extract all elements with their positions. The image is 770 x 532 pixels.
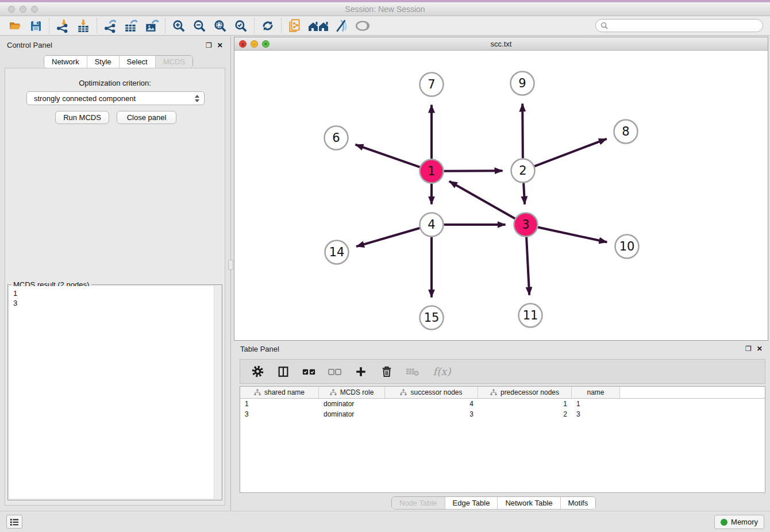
tab-network-table[interactable]: Network Table <box>497 497 560 509</box>
search-field[interactable] <box>595 19 763 32</box>
float-panel-icon[interactable]: ❐ <box>206 42 212 49</box>
control-panel-controls: ❐ ✕ <box>206 42 223 49</box>
column-type-icon <box>254 389 261 396</box>
export-image-icon[interactable] <box>141 17 162 34</box>
memory-label: Memory <box>731 518 758 526</box>
control-panel-title: Control Panel <box>7 41 52 49</box>
panel-divider[interactable] <box>230 36 231 511</box>
tab-edge-table[interactable]: Edge Table <box>445 497 498 509</box>
function-builder-icon[interactable]: f(x) <box>431 364 453 379</box>
column-header-name[interactable]: name <box>572 387 620 398</box>
table-options-gear-icon[interactable] <box>250 364 265 379</box>
window-title: Session: New Session <box>0 5 770 14</box>
column-label: MCDS role <box>340 388 374 396</box>
zoom-fit-icon[interactable] <box>210 17 230 34</box>
graph-edge-3-1[interactable] <box>449 182 515 219</box>
toolbar-separator <box>254 18 255 33</box>
show-columns-icon[interactable] <box>276 364 291 379</box>
column-header-MCDS-role[interactable]: MCDS role <box>319 387 385 398</box>
node-table-header: shared nameMCDS rolesuccessor nodesprede… <box>240 387 765 399</box>
graph-node-label: 14 <box>329 245 345 259</box>
zoom-network-icon[interactable]: + <box>262 40 270 48</box>
zoom-in-icon[interactable] <box>168 17 189 34</box>
zoom-selected-icon[interactable] <box>230 17 251 34</box>
mcds-panel: Optimization criterion: strongly connect… <box>5 68 225 506</box>
graph-edge-2-9[interactable] <box>522 103 523 158</box>
delete-table-icon[interactable] <box>405 364 420 379</box>
delete-columns-icon[interactable] <box>379 364 394 379</box>
unselect-all-columns-icon[interactable] <box>328 364 342 379</box>
tab-network[interactable]: Network <box>44 56 87 68</box>
memory-status-icon <box>721 519 727 526</box>
tab-select[interactable]: Select <box>119 56 155 68</box>
optimization-criterion-label: Optimization criterion: <box>5 79 225 87</box>
import-table-icon[interactable] <box>73 17 94 34</box>
column-label: name <box>587 388 604 396</box>
show-all-networks-icon[interactable] <box>305 17 332 34</box>
graph-edge-1-2[interactable] <box>444 171 502 171</box>
graph-node-label: 15 <box>424 311 440 325</box>
close-panel-icon[interactable]: ✕ <box>217 42 223 49</box>
new-network-icon[interactable] <box>284 17 305 34</box>
close-table-panel-icon[interactable]: ✕ <box>757 345 763 352</box>
column-header-successor-nodes[interactable]: successor nodes <box>385 387 478 398</box>
graph-edge-2-8[interactable] <box>534 139 607 167</box>
search-input[interactable] <box>611 22 758 30</box>
panel-divider-handle[interactable] <box>228 260 233 270</box>
column-label: predecessor nodes <box>500 388 559 396</box>
graph-edge-3-10[interactable] <box>538 228 607 242</box>
table-cell: dominator <box>319 400 385 409</box>
hide-graphics-details-icon[interactable] <box>332 17 352 34</box>
tab-style[interactable]: Style <box>87 56 119 68</box>
graph-edge-1-6[interactable] <box>356 145 420 167</box>
memory-button[interactable]: Memory <box>714 515 764 529</box>
network-window-titlebar[interactable]: x - + scc.txt <box>234 37 768 51</box>
float-table-panel-icon[interactable]: ❐ <box>745 345 752 352</box>
column-header-predecessor-nodes[interactable]: predecessor nodes <box>478 387 572 398</box>
criterion-value: strongly connected component <box>34 94 195 103</box>
main-toolbar <box>0 16 770 36</box>
table-row[interactable]: 1dominator411 <box>240 400 765 409</box>
graph-node-label: 9 <box>518 76 526 90</box>
open-session-icon[interactable] <box>5 17 25 34</box>
criterion-dropdown[interactable]: strongly connected component <box>26 91 205 105</box>
graph-edge-4-14[interactable] <box>356 228 419 246</box>
control-panel-tabs: NetworkStyleSelectMCDS <box>44 55 193 68</box>
table-panel-tabs: Node TableEdge TableNetwork TableMotifs <box>391 496 596 510</box>
zoom-out-icon[interactable] <box>189 17 210 34</box>
mcds-result-list[interactable]: 1 3 <box>9 286 221 499</box>
select-all-columns-icon[interactable] <box>302 364 317 379</box>
graph-edge-3-11[interactable] <box>526 237 529 295</box>
tab-motifs[interactable]: Motifs <box>560 497 596 509</box>
node-table[interactable]: shared nameMCDS rolesuccessor nodesprede… <box>240 386 765 493</box>
import-network-icon[interactable] <box>52 17 73 34</box>
export-network-icon[interactable] <box>100 17 121 34</box>
graph-node-label: 1 <box>428 164 435 178</box>
mcds-result-values: 1 3 <box>13 288 17 308</box>
toolbar-separator <box>281 18 282 33</box>
show-graphics-details-icon[interactable] <box>352 17 373 34</box>
table-cell: 3 <box>572 410 620 419</box>
network-canvas[interactable]: 7968124314101511 <box>234 51 768 340</box>
tab-node-table[interactable]: Node Table <box>392 497 445 509</box>
table-cell: dominator <box>319 410 385 419</box>
graph-node-label: 11 <box>523 309 538 322</box>
apply-layout-icon[interactable] <box>257 17 278 34</box>
toolbar-separator <box>165 18 165 33</box>
task-history-button[interactable] <box>6 515 22 529</box>
export-table-icon[interactable] <box>121 17 141 34</box>
run-mcds-button[interactable]: Run MCDS <box>55 111 109 124</box>
table-row[interactable]: 3dominator323 <box>240 410 765 419</box>
create-column-icon[interactable] <box>353 364 368 379</box>
close-panel-button[interactable]: Close panel <box>117 111 176 124</box>
column-header-shared-name[interactable]: shared name <box>240 387 319 398</box>
node-table-body: 1dominator4113dominator323 <box>240 400 765 419</box>
graph-edge-2-3[interactable] <box>523 183 525 204</box>
tab-mcds[interactable]: MCDS <box>155 56 192 68</box>
close-network-icon[interactable]: x <box>239 40 247 48</box>
table-cell: 3 <box>385 410 478 419</box>
mcds-result-box: MCDS result (2 nodes) 1 3 <box>7 284 222 500</box>
minimize-network-icon[interactable]: - <box>251 40 258 48</box>
save-session-icon[interactable] <box>25 17 46 34</box>
result-scrollbar[interactable] <box>214 286 221 499</box>
